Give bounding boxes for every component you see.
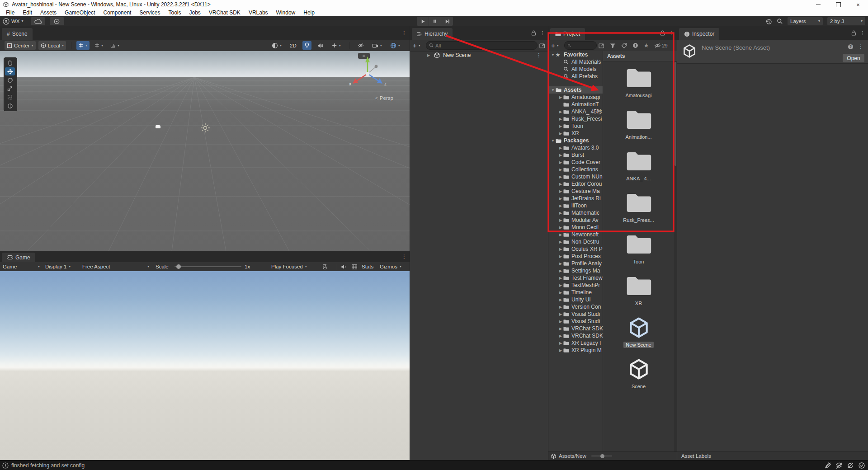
grid-breadcrumb[interactable]: Assets xyxy=(603,51,677,61)
tab-game[interactable]: Game xyxy=(2,253,35,262)
tree-expand-icon[interactable]: ▶ xyxy=(558,117,563,121)
asset-menu-icon[interactable]: ⋮ xyxy=(858,43,863,50)
expand-arrow-icon[interactable]: ▶ xyxy=(427,53,434,57)
display-dropdown[interactable]: Display 1▾ xyxy=(45,264,71,269)
menu-item[interactable]: VRLabs xyxy=(245,9,272,16)
grid-visibility-button[interactable]: ▾ xyxy=(92,41,105,50)
measure-tool-button[interactable]: ▾ xyxy=(108,41,122,50)
tree-row[interactable]: ▶ Version Con xyxy=(548,303,603,310)
project-menu-icon[interactable]: ⋮ xyxy=(669,30,674,36)
status-message[interactable]: finshed fetching and set config xyxy=(11,462,85,469)
focus-mode-dropdown[interactable]: Play Focused▾ xyxy=(271,264,307,269)
tree-row[interactable]: ▶ Toon xyxy=(548,122,603,130)
account-caret-icon[interactable]: ▾ xyxy=(22,19,24,23)
hierarchy-searchbox[interactable] xyxy=(426,41,538,50)
tree-row[interactable]: ▼ Assets xyxy=(548,86,603,94)
tree-row[interactable]: All Materials xyxy=(548,58,603,66)
maximize-button[interactable] xyxy=(828,0,848,9)
grid-item[interactable]: New Scene xyxy=(607,310,670,352)
tree-expand-icon[interactable]: ▶ xyxy=(558,124,563,128)
asset-labels-bar[interactable]: Asset Labels xyxy=(677,451,868,460)
lighting-toggle-button[interactable] xyxy=(302,41,311,50)
orientation-gizmo[interactable]: x z xyxy=(347,55,388,96)
pause-button[interactable] xyxy=(429,17,441,26)
tree-row[interactable]: ▶ Avatars 3.0 xyxy=(548,144,603,151)
grid-item[interactable]: Amatousagi xyxy=(607,61,670,103)
tree-expand-icon[interactable]: ▶ xyxy=(558,146,563,150)
menu-item[interactable]: VRChat SDK xyxy=(205,9,245,16)
tree-row[interactable]: ▶ VRChat SDK xyxy=(548,325,603,332)
create-asset-caret-icon[interactable]: ▾ xyxy=(557,44,559,47)
tree-row[interactable]: AnimationT xyxy=(548,101,603,108)
tree-row[interactable]: ▶ Visual Studi xyxy=(548,310,603,318)
menu-item[interactable]: Component xyxy=(99,9,135,16)
tree-expand-icon[interactable]: ▶ xyxy=(558,327,563,331)
tree-expand-icon[interactable]: ▶ xyxy=(558,283,563,287)
effects-toggle-button[interactable]: ▾ xyxy=(329,41,343,50)
menu-item[interactable]: File xyxy=(2,9,19,16)
aspect-dropdown[interactable]: Free Aspect▾ xyxy=(82,264,149,269)
grid-item[interactable]: ANKA_ 4... xyxy=(607,144,670,186)
tree-row[interactable]: ▶ Oculus XR P xyxy=(548,245,603,253)
lock-icon[interactable] xyxy=(660,30,665,36)
close-button[interactable]: × xyxy=(848,0,868,9)
tree-row[interactable]: ▶ VRChat SDK xyxy=(548,332,603,339)
tree-expand-icon[interactable]: ▶ xyxy=(558,218,563,222)
menu-item[interactable]: GameObject xyxy=(61,9,99,16)
tree-expand-icon[interactable]: ▶ xyxy=(558,95,563,99)
grid-item[interactable]: Scene xyxy=(607,352,670,394)
tree-expand-icon[interactable]: ▶ xyxy=(558,247,563,251)
tree-expand-icon[interactable]: ▶ xyxy=(558,160,563,164)
tree-expand-icon[interactable]: ▶ xyxy=(558,305,563,309)
menu-item[interactable]: Assets xyxy=(36,9,61,16)
tree-row[interactable]: ▶ Timeline xyxy=(548,289,603,296)
tree-expand-icon[interactable]: ▶ xyxy=(558,298,563,302)
tab-scene[interactable]: # Scene xyxy=(2,28,33,40)
tree-expand-icon[interactable]: ▶ xyxy=(558,276,563,280)
transform-tool[interactable] xyxy=(5,102,15,110)
grid-item[interactable]: Toon xyxy=(607,227,670,269)
directional-light-gizmo[interactable] xyxy=(200,123,210,133)
project-search-input[interactable] xyxy=(573,43,593,48)
tree-row[interactable]: ▶ Burst xyxy=(548,151,603,159)
menu-item[interactable]: Window xyxy=(272,9,300,16)
tree-row[interactable]: ▶ Modular Av xyxy=(548,216,603,224)
scene-visibility-button[interactable] xyxy=(355,41,366,50)
log-filter-icon[interactable] xyxy=(632,42,638,48)
progress-done-icon[interactable] xyxy=(858,462,865,469)
tree-expand-icon[interactable]: ▶ xyxy=(558,320,563,324)
search-by-label-icon[interactable] xyxy=(621,43,627,48)
lock-icon[interactable] xyxy=(531,30,536,36)
create-asset-button[interactable]: + xyxy=(551,42,555,49)
perspective-label[interactable]: <Persp xyxy=(375,95,393,101)
tree-expand-icon[interactable]: ▶ xyxy=(558,262,563,266)
tree-expand-icon[interactable]: ▶ xyxy=(558,254,563,258)
inspector-menu-icon[interactable]: ⋮ xyxy=(860,30,865,36)
tree-row[interactable]: ▶ XR Legacy I xyxy=(548,339,603,347)
search-by-type-icon[interactable] xyxy=(610,43,616,48)
tree-expand-icon[interactable]: ▶ xyxy=(558,233,563,237)
tree-row[interactable]: ▶ Amatousagi xyxy=(548,94,603,101)
tree-expand-icon[interactable]: ▶ xyxy=(558,211,563,215)
tree-expand-icon[interactable]: ▶ xyxy=(558,334,563,338)
hierarchy-scene-row[interactable]: ▶ New Scene ⋮ xyxy=(410,51,548,59)
tree-expand-icon[interactable]: ▶ xyxy=(558,204,563,208)
scene-menu-icon[interactable]: ⋮ xyxy=(401,30,407,36)
cloud-button[interactable] xyxy=(31,17,45,25)
tree-expand-icon[interactable]: ▶ xyxy=(558,240,563,244)
grid-snap-button[interactable]: ▾ xyxy=(76,41,90,50)
step-button[interactable] xyxy=(441,17,453,26)
tree-row[interactable]: ▶ Profile Analy xyxy=(548,260,603,267)
tree-expand-icon[interactable]: ▶ xyxy=(558,175,563,179)
tree-row[interactable]: ▶ Rusk_Freesi xyxy=(548,115,603,122)
orientation-button[interactable]: Local▾ xyxy=(38,41,66,50)
hidden-count-eye-icon[interactable]: 29 xyxy=(654,43,667,48)
hierarchy-search-input[interactable] xyxy=(435,43,534,48)
tree-expand-icon[interactable]: ▶ xyxy=(558,269,563,273)
minimize-button[interactable] xyxy=(808,0,828,9)
tree-row[interactable]: ▶ Collections xyxy=(548,166,603,173)
tree-row[interactable]: ▶ Settings Ma xyxy=(548,267,603,274)
tab-project[interactable]: Project xyxy=(550,28,585,40)
scene-row-menu-icon[interactable]: ⋮ xyxy=(536,52,542,58)
rect-tool[interactable] xyxy=(5,93,15,101)
